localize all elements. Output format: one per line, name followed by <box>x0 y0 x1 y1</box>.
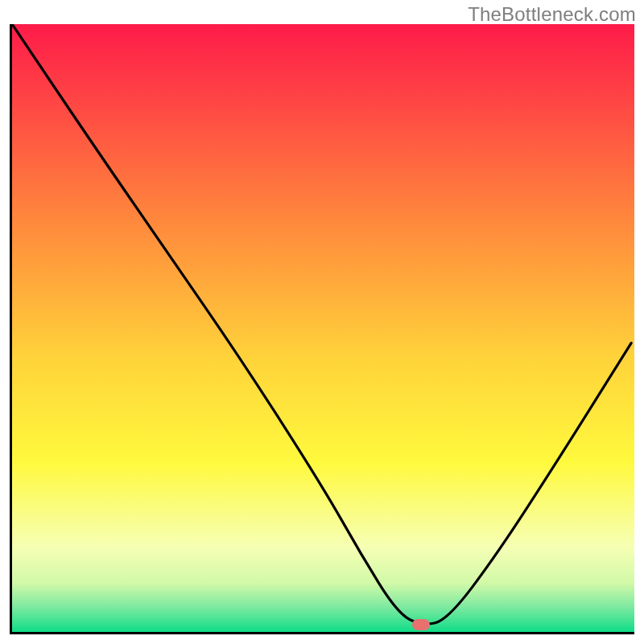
plot-area <box>12 24 634 632</box>
chart-container: TheBottleneck.com <box>0 0 644 644</box>
bottleneck-curve <box>12 24 634 632</box>
watermark-text: TheBottleneck.com <box>468 3 636 26</box>
axes-frame <box>10 24 634 634</box>
optimal-marker <box>412 619 430 630</box>
